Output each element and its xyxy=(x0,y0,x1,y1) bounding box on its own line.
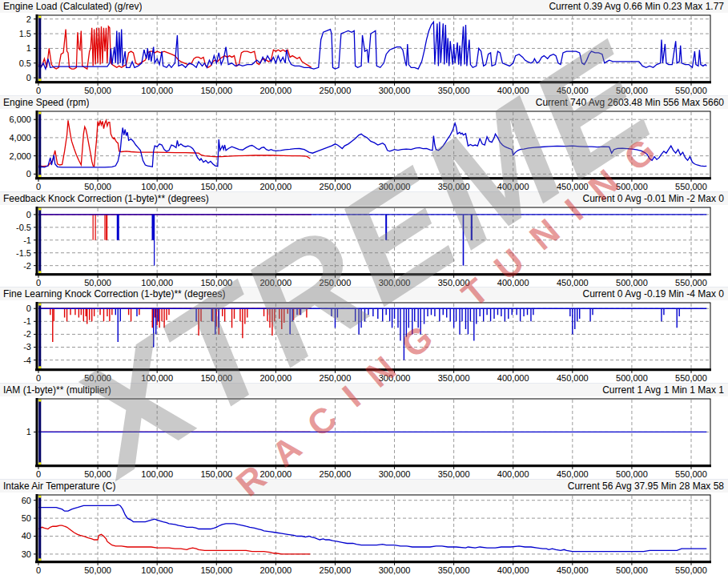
svg-text:0: 0 xyxy=(36,277,41,287)
engine-speed-chart[interactable]: 6,0004,0002,0000050,000100,000150,000200… xyxy=(0,109,728,191)
svg-text:1: 1 xyxy=(26,43,31,53)
svg-text:1: 1 xyxy=(26,428,31,437)
panel-stats: Current 0 Avg -0.19 Min -4 Max 0 xyxy=(582,288,724,300)
svg-text:250,000: 250,000 xyxy=(320,277,352,287)
svg-text:450,000: 450,000 xyxy=(557,373,589,383)
log-graph-viewer: Engine Load (Calculated) (g/rev) Current… xyxy=(0,0,728,575)
svg-text:250,000: 250,000 xyxy=(320,86,352,95)
panel-header: Intake Air Temperature (C) Current 56 Av… xyxy=(0,480,728,493)
svg-text:350,000: 350,000 xyxy=(438,373,470,383)
svg-text:500,000: 500,000 xyxy=(616,182,648,191)
svg-text:50,000: 50,000 xyxy=(84,373,111,383)
svg-text:550,000: 550,000 xyxy=(675,565,707,575)
svg-text:50,000: 50,000 xyxy=(84,86,111,95)
svg-text:300,000: 300,000 xyxy=(379,86,411,95)
svg-text:550,000: 550,000 xyxy=(675,469,707,479)
svg-text:400,000: 400,000 xyxy=(497,277,529,287)
svg-text:100,000: 100,000 xyxy=(141,565,173,575)
svg-text:-4: -4 xyxy=(23,356,31,365)
svg-text:100,000: 100,000 xyxy=(141,469,173,479)
panel-stats: Current 0 Avg -0.01 Min -2 Max 0 xyxy=(582,193,724,204)
svg-text:550,000: 550,000 xyxy=(675,182,707,191)
svg-text:0: 0 xyxy=(36,373,41,383)
svg-text:150,000: 150,000 xyxy=(200,469,232,479)
svg-text:50,000: 50,000 xyxy=(84,565,111,575)
svg-text:0: 0 xyxy=(26,169,31,179)
svg-text:4,000: 4,000 xyxy=(9,133,31,143)
panel-stats: Current 740 Avg 2603.48 Min 556 Max 5660 xyxy=(536,97,724,108)
iam-chart[interactable]: 1050,000100,000150,000200,000250,000300,… xyxy=(0,396,728,479)
svg-text:100,000: 100,000 xyxy=(141,86,173,95)
panel-title: Fine Learning Knock Correction (1-byte)*… xyxy=(3,288,225,300)
svg-text:30: 30 xyxy=(22,549,31,559)
svg-text:40: 40 xyxy=(22,532,31,541)
svg-text:350,000: 350,000 xyxy=(438,182,470,191)
svg-text:50,000: 50,000 xyxy=(84,182,111,191)
svg-text:-1: -1 xyxy=(23,317,31,327)
panel-title: IAM (1-byte)** (multiplier) xyxy=(3,384,111,396)
panel-header: Engine Speed (rpm) Current 740 Avg 2603.… xyxy=(0,96,728,109)
panel-title: Engine Speed (rpm) xyxy=(3,97,89,108)
svg-text:-1: -1 xyxy=(23,235,31,244)
svg-text:-2: -2 xyxy=(23,260,31,270)
svg-text:0: 0 xyxy=(36,182,41,191)
svg-text:-0.5: -0.5 xyxy=(16,223,31,232)
fine-knock-chart[interactable]: 0-1-2-3-4050,000100,000150,000200,000250… xyxy=(0,300,728,383)
svg-text:6,000: 6,000 xyxy=(9,115,31,124)
svg-text:60: 60 xyxy=(22,496,31,505)
intake-air-temp-chart[interactable]: 60504030050,000100,000150,000200,000250,… xyxy=(0,493,728,575)
panel-stats: Current 0.39 Avg 0.66 Min 0.23 Max 1.77 xyxy=(549,1,724,12)
svg-text:150,000: 150,000 xyxy=(200,565,232,575)
svg-text:350,000: 350,000 xyxy=(438,469,470,479)
svg-text:350,000: 350,000 xyxy=(438,277,470,287)
svg-text:200,000: 200,000 xyxy=(259,277,292,287)
svg-text:500,000: 500,000 xyxy=(616,565,648,575)
feedback-knock-chart[interactable]: 0-0.5-1-1.5-2050,000100,000150,000200,00… xyxy=(0,205,728,288)
svg-text:400,000: 400,000 xyxy=(497,565,529,575)
svg-text:0: 0 xyxy=(26,304,31,314)
svg-text:-1.5: -1.5 xyxy=(16,247,31,257)
svg-text:450,000: 450,000 xyxy=(557,86,589,95)
svg-text:0: 0 xyxy=(36,469,41,479)
panel-intake-air-temp: Intake Air Temperature (C) Current 56 Av… xyxy=(0,479,728,575)
panel-title: Intake Air Temperature (C) xyxy=(3,481,116,492)
svg-text:450,000: 450,000 xyxy=(557,182,589,191)
svg-text:450,000: 450,000 xyxy=(557,277,589,287)
svg-text:50: 50 xyxy=(22,513,31,523)
panel-header: IAM (1-byte)** (multiplier) Current 1 Av… xyxy=(0,384,728,396)
svg-text:0.5: 0.5 xyxy=(19,58,31,68)
svg-text:200,000: 200,000 xyxy=(259,373,292,383)
svg-text:0: 0 xyxy=(36,86,41,95)
svg-text:50,000: 50,000 xyxy=(84,277,111,287)
svg-text:550,000: 550,000 xyxy=(675,373,707,383)
svg-text:250,000: 250,000 xyxy=(320,182,352,191)
panel-stats: Current 56 Avg 37.95 Min 28 Max 58 xyxy=(568,481,724,492)
svg-text:400,000: 400,000 xyxy=(497,182,529,191)
svg-text:50,000: 50,000 xyxy=(84,469,111,479)
svg-text:150,000: 150,000 xyxy=(200,373,232,383)
svg-text:200,000: 200,000 xyxy=(259,469,292,479)
svg-text:250,000: 250,000 xyxy=(320,565,352,575)
svg-text:350,000: 350,000 xyxy=(438,565,470,575)
engine-load-chart[interactable]: 21.510.50050,000100,000150,000200,000250… xyxy=(0,13,728,95)
svg-text:500,000: 500,000 xyxy=(616,86,648,95)
svg-text:-2: -2 xyxy=(23,330,31,340)
panel-title: Engine Load (Calculated) (g/rev) xyxy=(3,1,142,12)
svg-text:550,000: 550,000 xyxy=(675,277,707,287)
svg-text:200,000: 200,000 xyxy=(259,182,292,191)
svg-text:0: 0 xyxy=(26,210,31,219)
svg-text:200,000: 200,000 xyxy=(259,565,292,575)
svg-text:350,000: 350,000 xyxy=(438,86,470,95)
svg-text:500,000: 500,000 xyxy=(616,373,648,383)
svg-text:250,000: 250,000 xyxy=(320,373,352,383)
svg-text:450,000: 450,000 xyxy=(557,469,589,479)
svg-text:300,000: 300,000 xyxy=(379,277,411,287)
panel-header: Fine Learning Knock Correction (1-byte)*… xyxy=(0,288,728,300)
svg-text:300,000: 300,000 xyxy=(379,565,411,575)
panel-engine-load: Engine Load (Calculated) (g/rev) Current… xyxy=(0,0,728,95)
svg-text:2,000: 2,000 xyxy=(9,151,31,160)
svg-text:500,000: 500,000 xyxy=(616,277,648,287)
panel-stats: Current 1 Avg 1 Min 1 Max 1 xyxy=(602,384,724,396)
panel-iam: IAM (1-byte)** (multiplier) Current 1 Av… xyxy=(0,383,728,479)
svg-text:0: 0 xyxy=(26,73,31,82)
